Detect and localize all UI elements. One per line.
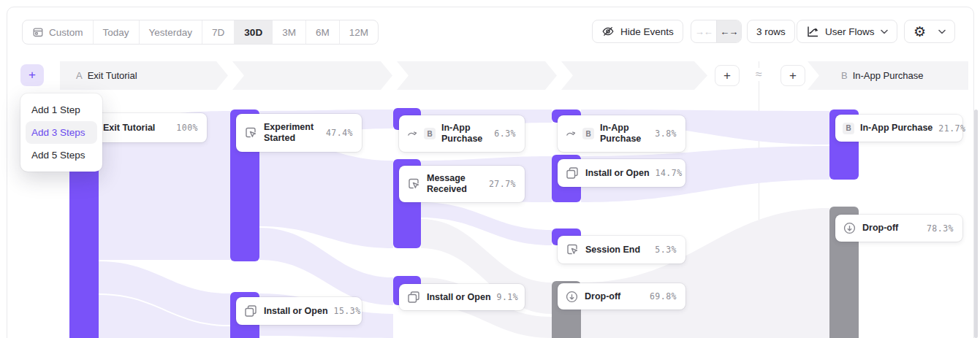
node-value: 5.3% xyxy=(655,245,677,255)
event-click-icon xyxy=(243,126,258,140)
add-step-menu: Add 1 Step Add 3 Steps Add 5 Steps xyxy=(20,93,102,172)
node-card-session-end[interactable]: Session End 5.3% xyxy=(558,236,685,264)
node-card-install-or-open-2[interactable]: Install or Open 15.3% xyxy=(236,297,362,325)
node-title: Exit Tutorial xyxy=(103,123,155,134)
node-value: 100% xyxy=(176,123,198,133)
section-badge: B xyxy=(841,70,848,81)
copy-icon xyxy=(406,290,421,304)
node-title: Session End xyxy=(585,245,640,256)
node-value: 14.7% xyxy=(656,168,683,178)
menu-item-add-5-steps[interactable]: Add 5 Steps xyxy=(26,144,97,166)
node-value: 69.8% xyxy=(650,291,677,301)
node-title: In-App Purchase xyxy=(441,123,488,145)
node-card-in-app-purchase-4[interactable]: B In-App Purchase 3.8% xyxy=(558,115,685,152)
section-title: Exit Tutorial xyxy=(88,70,137,81)
add-step-left-button[interactable]: + xyxy=(20,64,44,86)
node-title: Drop-off xyxy=(862,223,898,234)
node-value: 21.7% xyxy=(938,123,965,134)
node-value: 27.7% xyxy=(489,179,516,189)
node-title: Message Received xyxy=(427,173,478,195)
node-title: Drop-off xyxy=(585,291,620,302)
flow-jump-icon xyxy=(406,128,418,139)
node-title: Install or Open xyxy=(427,292,491,303)
node-value: 15.3% xyxy=(334,306,361,316)
section-separator-symbol: ≈ xyxy=(750,68,768,81)
node-title: Install or Open xyxy=(264,306,328,317)
step-header-a3[interactable] xyxy=(397,61,557,90)
node-title: Install or Open xyxy=(585,168,650,179)
node-value: 6.3% xyxy=(494,128,516,139)
copy-icon xyxy=(565,166,580,180)
node-card-drop-off-b[interactable]: Drop-off 78.3% xyxy=(835,215,962,242)
menu-item-add-1-step[interactable]: Add 1 Step xyxy=(26,99,97,121)
node-value: 3.8% xyxy=(655,128,677,139)
node-value: 9.1% xyxy=(497,292,519,302)
event-click-icon xyxy=(406,177,421,191)
section-title: In-App Purchase xyxy=(853,70,924,81)
node-value: 47.4% xyxy=(326,128,353,138)
node-card-drop-off-4[interactable]: Drop-off 69.8% xyxy=(558,283,685,310)
menu-item-add-3-steps[interactable]: Add 3 Steps xyxy=(26,121,97,144)
copy-icon xyxy=(243,304,258,318)
node-title: Experiment Started xyxy=(264,122,315,144)
vertical-scrollbar[interactable] xyxy=(974,110,978,338)
add-step-end-a-button[interactable]: + xyxy=(715,65,740,86)
node-value: 78.3% xyxy=(927,223,954,234)
node-card-experiment-started[interactable]: Experiment Started 47.4% xyxy=(236,114,362,152)
step-header-b1[interactable]: B In-App Purchase xyxy=(808,61,968,90)
section-badge: A xyxy=(76,70,83,81)
add-step-start-b-button[interactable]: + xyxy=(780,65,805,86)
node-card-in-app-purchase-3[interactable]: B In-App Purchase 6.3% xyxy=(399,115,525,152)
node-card-message-received[interactable]: Message Received 27.7% xyxy=(399,166,525,202)
step-header-a4[interactable] xyxy=(561,61,707,90)
node-card-install-or-open-3[interactable]: Install or Open 9.1% xyxy=(399,284,525,310)
section-b-badge: B xyxy=(582,128,594,139)
section-b-badge: B xyxy=(424,128,436,139)
flow-jump-icon xyxy=(565,128,577,139)
node-card-install-or-open-4[interactable]: Install or Open 14.7% xyxy=(558,159,685,187)
step-header-a1[interactable]: A Exit Tutorial xyxy=(60,61,228,90)
drop-off-icon xyxy=(843,221,856,235)
drop-off-icon xyxy=(565,290,579,304)
node-title: In-App Purchase xyxy=(600,123,649,145)
node-card-in-app-purchase-b[interactable]: B In-App Purchase 21.7% xyxy=(835,115,962,142)
event-click-icon xyxy=(565,242,580,257)
node-title: In-App Purchase xyxy=(860,123,932,134)
step-header-a2[interactable] xyxy=(232,61,392,90)
section-b-badge: B xyxy=(843,123,854,134)
